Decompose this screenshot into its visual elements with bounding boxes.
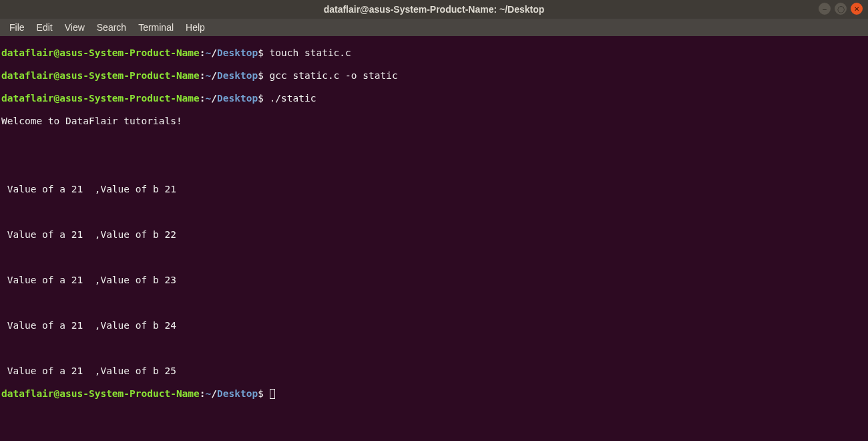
- prompt-slash: /: [211, 388, 217, 399]
- close-button[interactable]: ✕: [851, 3, 863, 15]
- prompt-tilde: ~: [206, 47, 212, 58]
- command-text: touch static.c: [264, 47, 351, 58]
- window-controls: – ◯ ✕: [819, 3, 863, 15]
- menu-help[interactable]: Help: [180, 20, 210, 35]
- terminal-line: dataflair@asus-System-Product-Name:~/Des…: [1, 47, 867, 59]
- maximize-button[interactable]: ◯: [835, 3, 847, 15]
- blank-line: [1, 252, 867, 263]
- titlebar: dataflair@asus-System-Product-Name: ~/De…: [0, 0, 868, 19]
- prompt-user-host: dataflair@asus-System-Product-Name: [1, 70, 200, 81]
- terminal-output-area[interactable]: dataflair@asus-System-Product-Name:~/Des…: [0, 36, 868, 441]
- menu-terminal[interactable]: Terminal: [133, 20, 179, 35]
- blank-line: [1, 343, 867, 354]
- output-line: Welcome to DataFlair tutorials!: [1, 116, 867, 127]
- prompt-dollar: $: [258, 93, 264, 104]
- output-line: Value of a 21 ,Value of b 25: [1, 365, 867, 377]
- window-title: dataflair@asus-System-Product-Name: ~/De…: [324, 4, 545, 15]
- prompt-tilde: ~: [206, 388, 212, 399]
- minimize-icon: –: [823, 5, 827, 13]
- prompt-dir: Desktop: [217, 388, 258, 399]
- prompt-slash: /: [211, 93, 217, 104]
- prompt-tilde: ~: [206, 93, 212, 104]
- prompt-colon: :: [200, 47, 206, 58]
- blank-line: [1, 297, 867, 309]
- maximize-icon: ◯: [837, 5, 845, 13]
- prompt-user-host: dataflair@asus-System-Product-Name: [1, 47, 200, 58]
- command-text: gcc static.c -o static: [264, 70, 398, 81]
- menu-search[interactable]: Search: [91, 20, 132, 35]
- prompt-dollar: $: [258, 47, 264, 58]
- cursor-icon: [270, 389, 275, 399]
- terminal-line: dataflair@asus-System-Product-Name:~/Des…: [1, 388, 867, 400]
- blank-line: [1, 161, 867, 172]
- prompt-tilde: ~: [206, 70, 212, 81]
- output-line: Value of a 21 ,Value of b 21: [1, 184, 867, 195]
- close-icon: ✕: [854, 5, 859, 13]
- command-text: [264, 388, 270, 399]
- prompt-dollar: $: [258, 388, 264, 399]
- output-line: Value of a 21 ,Value of b 22: [1, 229, 867, 241]
- prompt-user-host: dataflair@asus-System-Product-Name: [1, 388, 200, 399]
- terminal-window: dataflair@asus-System-Product-Name: ~/De…: [0, 0, 868, 441]
- blank-line: [1, 138, 867, 150]
- terminal-line: dataflair@asus-System-Product-Name:~/Des…: [1, 70, 867, 82]
- menubar: File Edit View Search Terminal Help: [0, 19, 868, 36]
- prompt-dir: Desktop: [217, 47, 258, 58]
- prompt-user-host: dataflair@asus-System-Product-Name: [1, 93, 200, 104]
- menu-edit[interactable]: Edit: [31, 20, 58, 35]
- prompt-colon: :: [200, 70, 206, 81]
- prompt-colon: :: [200, 388, 206, 399]
- menu-view[interactable]: View: [59, 20, 90, 35]
- output-line: Value of a 21 ,Value of b 24: [1, 320, 867, 331]
- blank-line: [1, 206, 867, 218]
- prompt-slash: /: [211, 47, 217, 58]
- minimize-button[interactable]: –: [819, 3, 831, 15]
- prompt-dir: Desktop: [217, 70, 258, 81]
- terminal-line: dataflair@asus-System-Product-Name:~/Des…: [1, 93, 867, 104]
- prompt-colon: :: [200, 93, 206, 104]
- output-line: Value of a 21 ,Value of b 23: [1, 275, 867, 286]
- prompt-dollar: $: [258, 70, 264, 81]
- menu-file[interactable]: File: [4, 20, 30, 35]
- command-text: ./static: [264, 93, 316, 104]
- prompt-dir: Desktop: [217, 93, 258, 104]
- prompt-slash: /: [211, 70, 217, 81]
